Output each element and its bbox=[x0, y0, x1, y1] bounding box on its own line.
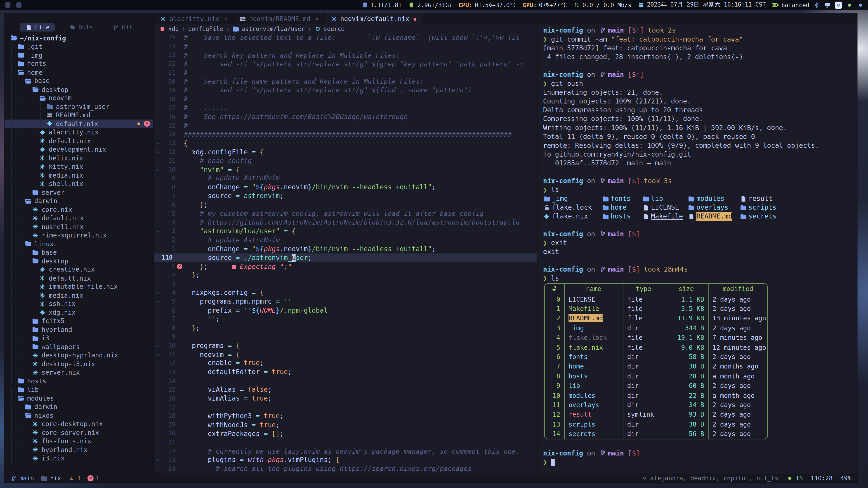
tree-item-label: core-server.nix bbox=[41, 429, 99, 436]
tree-item[interactable]: ││││kitty.nix bbox=[4, 162, 153, 171]
tree-item[interactable]: │││rime-squirrel.nix bbox=[4, 231, 153, 239]
tree-item[interactable]: │││││astronvim_user bbox=[4, 102, 153, 111]
chev-icon bbox=[154, 352, 161, 357]
status-blue-icon[interactable]: ● bbox=[857, 2, 864, 7]
tree-item[interactable]: │││default.nix bbox=[4, 214, 153, 223]
close-tab-icon[interactable]: × bbox=[223, 15, 227, 23]
table-row: 14secretsdir56 B2 days ago bbox=[545, 429, 767, 439]
tree-item[interactable]: ││││helix.nix bbox=[4, 154, 153, 162]
tree-item[interactable]: │││core-desktop.nix bbox=[4, 420, 153, 428]
breadcrumb-label: astronvim/lua/user bbox=[242, 26, 305, 32]
tree-item[interactable]: ││base bbox=[4, 76, 153, 85]
ls-entry: lib bbox=[642, 194, 688, 203]
breadcrumb-item[interactable]: astronvim/lua/user bbox=[232, 26, 305, 32]
tree-item[interactable]: │││core-server.nix bbox=[4, 428, 153, 437]
tree-item[interactable]: │││││default.nix●× bbox=[4, 120, 153, 128]
tree-item[interactable]: ││││creative.nix bbox=[4, 265, 153, 274]
tree-item[interactable]: │││server.nix bbox=[4, 368, 153, 377]
nix-icon bbox=[46, 121, 53, 127]
tree-item[interactable]: │││base bbox=[4, 248, 153, 257]
tree-item[interactable]: │││wallpapers bbox=[4, 343, 153, 351]
nix-icon bbox=[32, 438, 39, 444]
tree-item[interactable]: ││││default.nix bbox=[4, 274, 153, 283]
table-row: 6fontsdir58 B2 days ago bbox=[545, 352, 767, 362]
code-line: 8 onChange = "${pkgs.neovim}/bin/nvim --… bbox=[154, 183, 537, 192]
tree-item[interactable]: │││hyprland bbox=[4, 325, 153, 334]
neotree-tab-git[interactable]: Git bbox=[107, 23, 138, 31]
tree-item[interactable]: ││linux bbox=[4, 239, 153, 248]
editor-tab[interactable]: alacritty.nix× bbox=[154, 13, 234, 24]
tree-item[interactable]: │││fcitx5 bbox=[4, 317, 153, 325]
modified-dot-icon: ● bbox=[414, 16, 416, 21]
tree-item[interactable]: │││hyprland.nix bbox=[4, 445, 153, 454]
launcher-icon[interactable] bbox=[4, 2, 11, 8]
display-icon[interactable] bbox=[824, 2, 831, 8]
lock-icon bbox=[543, 204, 550, 210]
settings-icon[interactable]: ⚙ bbox=[835, 1, 842, 8]
breadcrumb-item[interactable]: xdg bbox=[159, 26, 179, 32]
tree-item[interactable]: │││server bbox=[4, 188, 153, 197]
tree-item[interactable]: │home bbox=[4, 68, 153, 76]
desktop: 1.1T/1.8T2.9Gi/31GiCPU:01.5%+37.0°CGPU:0… bbox=[0, 0, 868, 488]
tree-item[interactable]: ││││media.nix bbox=[4, 291, 153, 300]
ls-entry: README.md bbox=[688, 212, 740, 221]
tree-item[interactable]: │lib bbox=[4, 385, 153, 394]
tree-item[interactable]: │_img bbox=[4, 51, 153, 59]
code-line: 1 onChange = "${pkgs.neovim}/bin/nvim --… bbox=[154, 245, 537, 253]
code-line: 20 extraPackages = []; bbox=[154, 429, 537, 438]
tree-item[interactable]: ││││media.nix bbox=[4, 171, 153, 180]
tree-item[interactable]: ││││default.nix bbox=[4, 137, 153, 145]
tree-item[interactable]: │││desktop-hyprland.nix bbox=[4, 351, 153, 360]
bluetooth-icon[interactable] bbox=[813, 2, 820, 8]
tree-item[interactable]: │fonts bbox=[4, 59, 153, 68]
tree-item[interactable]: │││││README.md bbox=[4, 111, 153, 120]
tree-item[interactable]: ││darwin bbox=[4, 402, 153, 411]
breadcrumb-item[interactable]: configFile bbox=[188, 26, 223, 32]
tree-item[interactable]: ││││alacritty.nix bbox=[4, 128, 153, 137]
code-line: 12 xdg.configFile = { bbox=[154, 148, 537, 156]
ls-row: flake.nixhostsMakefileREADME.mdsecrets bbox=[543, 212, 854, 221]
tree-item[interactable]: │modules bbox=[4, 394, 153, 402]
window-switcher-icon[interactable] bbox=[15, 2, 22, 8]
tree-item[interactable]: │││desktop bbox=[4, 85, 153, 94]
close-tab-icon[interactable]: × bbox=[315, 15, 319, 23]
code-line: 7 ''; bbox=[154, 315, 537, 324]
editor-lines[interactable]: 25# Save the selected text to a file: `:… bbox=[154, 33, 537, 474]
terminal-line: ❯ ls bbox=[543, 185, 854, 194]
tree-item[interactable]: │││i3.nix bbox=[4, 454, 153, 462]
tree-item-label: modules bbox=[27, 394, 54, 402]
nix-icon bbox=[39, 301, 46, 307]
tree-item[interactable]: ││││shell.nix bbox=[4, 180, 153, 188]
tree-item[interactable]: │││core.nix bbox=[4, 205, 153, 214]
chev-icon bbox=[154, 299, 161, 304]
branch-icon bbox=[599, 231, 606, 237]
ls-entry: fonts bbox=[602, 194, 642, 203]
tree-item[interactable]: ~/nix-config bbox=[4, 34, 153, 42]
tree-item[interactable]: ││││development.nix bbox=[4, 145, 153, 154]
breadcrumb-item[interactable]: source bbox=[314, 26, 345, 32]
neotree-tab-file[interactable]: File bbox=[20, 23, 55, 31]
tree-item[interactable]: │││desktop bbox=[4, 257, 153, 265]
tree-item[interactable]: ││darwin bbox=[4, 197, 153, 205]
breadcrumb-separator-icon: ❯ bbox=[226, 26, 229, 31]
editor-tab[interactable]: neovim/default.nix● bbox=[325, 13, 423, 24]
terminal-line: ❯ ls bbox=[543, 274, 854, 283]
tree-item[interactable]: │.git bbox=[4, 42, 153, 51]
nix-icon bbox=[39, 172, 46, 178]
status-green-icon[interactable]: ● bbox=[846, 2, 853, 7]
neotree-tab-bufs[interactable]: Bufs bbox=[64, 23, 98, 31]
terminal-content[interactable]: nix-config on main [$!] took 2s❯ git com… bbox=[537, 24, 857, 474]
tree-item[interactable]: ││││neovim bbox=[4, 94, 153, 102]
tree-item[interactable]: ││││ssh.nix bbox=[4, 300, 153, 308]
tree-item-label: default.nix bbox=[41, 214, 84, 222]
tree-item[interactable]: ││nixos bbox=[4, 411, 153, 420]
tree-item[interactable]: ││││xdg.nix bbox=[4, 308, 153, 317]
editor[interactable]: xdg❯configFile❯astronvim/lua/user❯source… bbox=[154, 24, 537, 474]
editor-tab[interactable]: neovim/README.md× bbox=[234, 13, 324, 24]
tree-item[interactable]: │││desktop-i3.nix bbox=[4, 360, 153, 368]
tree-item[interactable]: │││nushell.nix bbox=[4, 222, 153, 231]
tree-item[interactable]: │hosts bbox=[4, 377, 153, 385]
tree-item[interactable]: │││fhs-fonts.nix bbox=[4, 437, 153, 445]
tree-item[interactable]: │││i3 bbox=[4, 334, 153, 343]
tree-item[interactable]: ││││immutable-file.nix bbox=[4, 283, 153, 291]
